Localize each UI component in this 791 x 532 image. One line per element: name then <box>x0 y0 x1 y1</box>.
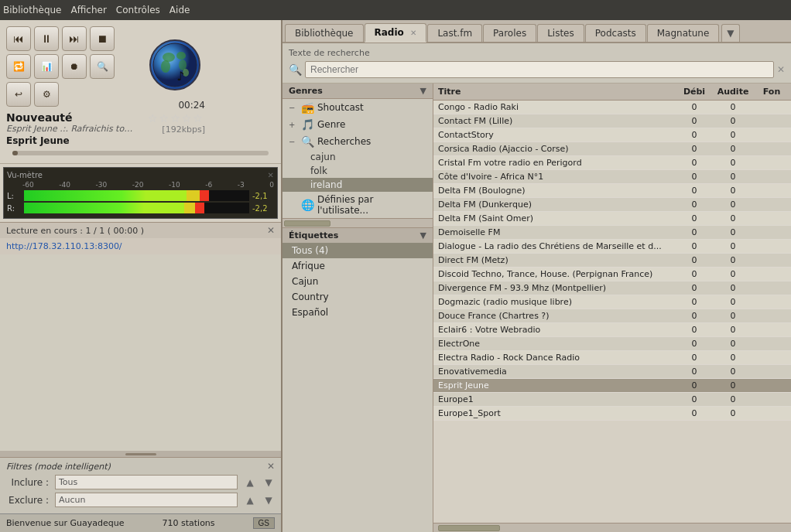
etiquette-afrique[interactable]: Afrique <box>282 258 433 274</box>
filters-header: Filtres (mode intelligent) ✕ <box>6 461 275 472</box>
stream-url[interactable]: http://178.32.110.13:8300/ <box>0 238 281 254</box>
tab-lastfm[interactable]: Last.fm <box>427 24 482 42</box>
filters-close-btn[interactable]: ✕ <box>267 461 275 472</box>
station-row[interactable]: Contact FM (Lille) 0 0 <box>433 114 791 128</box>
genres-collapse-btn[interactable]: ▼ <box>420 86 426 96</box>
genres-hscroll-thumb <box>284 220 330 227</box>
station-row[interactable]: Discoid Techno, Trance, House. (Perpigna… <box>433 268 791 281</box>
station-row[interactable]: Dogmazic (radio musique libre) 0 0 <box>433 295 791 309</box>
player-controls: ⏮ ⏸ ⏭ ⏹ 🔁 📊 ⏺ 🔍 ↩ ⚙ Nouveauté Esprit Jeu… <box>6 26 142 146</box>
exclude-scroll-up[interactable]: ▲ <box>244 495 256 506</box>
genres-scroll[interactable]: Genres ▼ − 📻 Shoutcast + 🎵 Genre <box>282 84 433 532</box>
star-1[interactable]: ☆ <box>148 112 158 124</box>
recherche-folk[interactable]: folk <box>282 164 433 178</box>
tab-radio-close[interactable]: ✕ <box>410 29 416 37</box>
station-cell-audite: 0 <box>714 310 752 322</box>
station-row[interactable]: Corsica Radio (Ajaccio - Corse) 0 0 <box>433 142 791 156</box>
recherches-icon: 🔍 <box>301 135 314 148</box>
genre-item-recherches[interactable]: − 🔍 Recherches <box>282 133 433 150</box>
col-debi[interactable]: Débi <box>675 85 714 98</box>
col-fon[interactable]: Fon <box>752 85 791 98</box>
tab-listes[interactable]: Listes <box>537 24 584 42</box>
station-row[interactable]: Direct FM (Metz) 0 0 <box>433 254 791 268</box>
station-row[interactable]: ElectrOne 0 0 <box>433 337 791 351</box>
menu-controles[interactable]: Contrôles <box>116 5 160 15</box>
star-2[interactable]: ☆ <box>159 112 170 124</box>
gs-button[interactable]: GS <box>253 517 275 529</box>
search-row: 🔍 ✕ <box>289 61 785 78</box>
tab-magnatune[interactable]: Magnatune <box>647 24 720 42</box>
station-row[interactable]: Divergence FM - 93.9 Mhz (Montpellier) 0… <box>433 281 791 295</box>
station-cell-debi: 0 <box>675 352 714 363</box>
genre-item-shoutcast[interactable]: − 📻 Shoutcast <box>282 99 433 116</box>
etiquette-tous[interactable]: Tous (4) <box>282 243 433 258</box>
tab-paroles[interactable]: Paroles <box>483 24 536 42</box>
menu-aide[interactable]: Aide <box>170 5 190 15</box>
eq-button[interactable]: 📊 <box>34 54 59 79</box>
tab-more-btn[interactable]: ▼ <box>721 24 739 42</box>
tab-bibliotheque[interactable]: Bibliothèque <box>285 24 364 42</box>
station-row[interactable]: Cristal Fm votre radio en Perigord 0 0 <box>433 156 791 170</box>
menu-bibliotheque[interactable]: Bibliothèque <box>3 5 62 15</box>
star-3[interactable]: ☆ <box>170 112 180 124</box>
station-hscroll[interactable] <box>433 523 791 532</box>
etiquettes-collapse-btn[interactable]: ▼ <box>420 230 426 240</box>
back-button[interactable]: ↩ <box>6 82 31 107</box>
col-audite[interactable]: Audite <box>714 85 752 98</box>
search-input[interactable] <box>305 61 774 78</box>
prev-button[interactable]: ⏮ <box>6 26 31 51</box>
station-row[interactable]: Dialogue - La radio des Chrétiens de Mar… <box>433 240 791 254</box>
search-clear-btn[interactable]: ✕ <box>777 64 785 75</box>
station-row[interactable]: Eclair6 : Votre Webradio 0 0 <box>433 323 791 337</box>
genre-item-genre[interactable]: + 🎵 Genre <box>282 116 433 133</box>
station-row[interactable]: Congo - Radio Raki 0 0 <box>433 101 791 114</box>
etiquette-espanol[interactable]: Español <box>282 305 433 320</box>
station-row[interactable]: ContactStory 0 0 <box>433 128 791 142</box>
record-button[interactable]: ⏺ <box>62 54 87 79</box>
station-cell-fon <box>752 399 791 401</box>
tab-podcasts[interactable]: Podcasts <box>585 24 646 42</box>
exclude-scroll-down[interactable]: ▼ <box>262 495 275 506</box>
station-rows[interactable]: Congo - Radio Raki 0 0 Contact FM (Lille… <box>433 101 791 523</box>
etiquette-cajun[interactable]: Cajun <box>282 274 433 289</box>
vu-close[interactable]: ✕ <box>268 171 274 179</box>
recherche-ireland[interactable]: ireland <box>282 178 433 192</box>
include-scroll-down[interactable]: ▼ <box>262 477 275 488</box>
filters-title: Filtres (mode intelligent) <box>6 462 111 472</box>
genres-hscroll[interactable] <box>282 218 433 227</box>
station-row[interactable]: Enovativemedia 0 0 <box>433 365 791 379</box>
station-row[interactable]: Delta FM (Boulogne) 0 0 <box>433 184 791 198</box>
station-row[interactable]: Côte d'Ivoire - Africa N°1 0 0 <box>433 170 791 184</box>
pause-button[interactable]: ⏸ <box>34 26 59 51</box>
resize-handle[interactable] <box>0 451 281 457</box>
station-row[interactable]: Esprit Jeune 0 0 <box>433 379 791 393</box>
include-select[interactable]: Tous <box>55 475 238 489</box>
station-cell-audite: 0 <box>714 157 752 169</box>
stop-button[interactable]: ⏹ <box>90 26 115 51</box>
etiquette-country[interactable]: Country <box>282 289 433 305</box>
settings-button[interactable]: ⚙ <box>34 82 59 107</box>
col-title[interactable]: Titre <box>433 85 675 98</box>
menu-afficher[interactable]: Afficher <box>71 5 107 15</box>
playback-close-btn[interactable]: ✕ <box>267 225 275 236</box>
station-row[interactable]: Delta FM (Dunkerque) 0 0 <box>433 198 791 212</box>
station-row[interactable]: Demoiselle FM 0 0 <box>433 226 791 240</box>
tab-radio[interactable]: Radio ✕ <box>365 23 427 43</box>
station-row[interactable]: Delta FM (Saint Omer) 0 0 <box>433 212 791 226</box>
station-row[interactable]: Electra Radio - Rock Dance Radio 0 0 <box>433 351 791 365</box>
genre-item-definies[interactable]: 🌐 Définies par l'utilisate... <box>282 192 433 218</box>
etiquettes-title: Étiquettes <box>289 230 338 240</box>
progress-bar-container[interactable] <box>12 151 269 155</box>
station-cell-title: Esprit Jeune <box>433 380 675 391</box>
station-row[interactable]: Douce France (Chartres ?) 0 0 <box>433 309 791 323</box>
station-row[interactable]: Europe1_Sport 0 0 <box>433 407 791 421</box>
recherche-cajun[interactable]: cajun <box>282 150 433 164</box>
next-button[interactable]: ⏭ <box>62 26 87 51</box>
star-5[interactable]: ☆ <box>193 112 203 124</box>
station-row[interactable]: Europe1 0 0 <box>433 393 791 407</box>
exclude-select[interactable]: Aucun <box>55 493 238 507</box>
search-button[interactable]: 🔍 <box>90 54 115 79</box>
star-4[interactable]: ☆ <box>182 112 192 124</box>
include-scroll-up[interactable]: ▲ <box>244 477 256 488</box>
repeat-button[interactable]: 🔁 <box>6 54 31 79</box>
